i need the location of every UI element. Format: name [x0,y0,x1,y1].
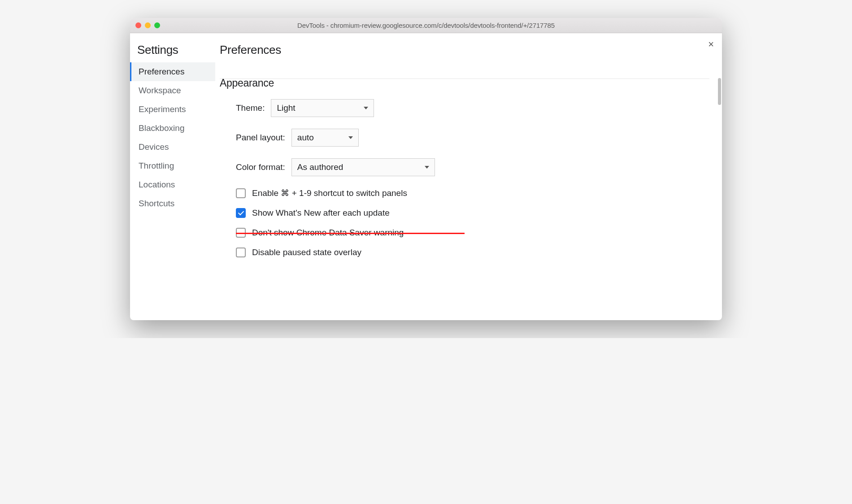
sidebar-item-label: Locations [139,180,175,189]
sidebar-item-preferences[interactable]: Preferences [130,62,215,81]
appearance-section: Appearance Theme: Light Panel layout: au… [220,78,709,257]
section-title: Appearance [220,77,709,89]
sidebar-heading: Settings [130,43,215,62]
settings-sidebar: Settings Preferences Workspace Experimen… [130,33,215,320]
sidebar-item-label: Devices [139,142,169,152]
data-saver-warning-row[interactable]: Don't show Chrome Data Saver warning [220,228,709,238]
theme-row: Theme: Light [220,99,709,117]
sidebar-item-label: Blackboxing [139,123,184,133]
enable-shortcut-label: Enable ⌘ + 1-9 shortcut to switch panels [252,188,407,198]
theme-label: Theme: [236,103,265,113]
sidebar-item-experiments[interactable]: Experiments [130,100,215,119]
sidebar-item-locations[interactable]: Locations [130,175,215,194]
settings-main: Preferences Appearance Theme: Light Pane… [215,33,722,320]
color-format-select[interactable]: As authored [291,158,435,176]
chevron-down-icon [425,166,429,169]
sidebar-item-label: Experiments [139,104,186,114]
theme-select-value: Light [277,103,295,113]
strikethrough-annotation [236,233,465,234]
devtools-settings-window: DevTools - chromium-review.googlesource.… [130,18,722,320]
color-format-label: Color format: [236,162,285,172]
sidebar-item-blackboxing[interactable]: Blackboxing [130,119,215,138]
show-whats-new-checkbox[interactable] [236,208,246,218]
close-window-button[interactable] [135,22,141,28]
show-whats-new-label: Show What's New after each update [252,208,390,218]
page-title: Preferences [220,43,709,78]
maximize-window-button[interactable] [154,22,160,28]
panel-layout-select[interactable]: auto [291,129,359,147]
disable-paused-overlay-checkbox[interactable] [236,248,246,257]
chevron-down-icon [364,107,368,109]
panel-layout-row: Panel layout: auto [220,129,709,147]
disable-paused-overlay-row[interactable]: Disable paused state overlay [220,248,709,257]
window-title: DevTools - chromium-review.googlesource.… [297,22,555,29]
scrollbar-thumb[interactable] [718,78,721,105]
settings-content: × Settings Preferences Workspace Experim… [130,33,722,320]
sidebar-item-shortcuts[interactable]: Shortcuts [130,194,215,213]
enable-shortcut-row[interactable]: Enable ⌘ + 1-9 shortcut to switch panels [220,188,709,198]
enable-shortcut-checkbox[interactable] [236,188,246,198]
sidebar-item-label: Shortcuts [139,199,174,208]
minimize-window-button[interactable] [145,22,151,28]
theme-select[interactable]: Light [271,99,374,117]
sidebar-item-label: Workspace [139,86,181,95]
sidebar-item-label: Throttling [139,161,174,170]
color-format-select-value: As authored [297,162,343,172]
disable-paused-overlay-label: Disable paused state overlay [252,248,361,257]
panel-layout-label: Panel layout: [236,133,285,143]
sidebar-item-label: Preferences [139,67,184,76]
panel-layout-select-value: auto [297,133,314,143]
sidebar-item-devices[interactable]: Devices [130,138,215,156]
sidebar-item-workspace[interactable]: Workspace [130,81,215,100]
window-titlebar: DevTools - chromium-review.googlesource.… [130,18,722,33]
show-whats-new-row[interactable]: Show What's New after each update [220,208,709,218]
sidebar-item-throttling[interactable]: Throttling [130,156,215,175]
chevron-down-icon [348,136,353,139]
color-format-row: Color format: As authored [220,158,709,176]
traffic-lights [135,22,160,28]
